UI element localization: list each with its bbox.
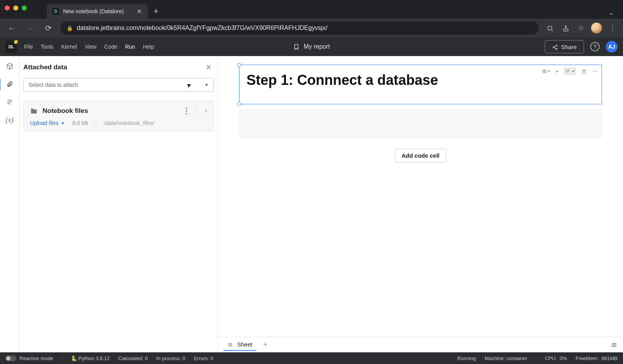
menu-help[interactable]: Help <box>143 44 154 50</box>
mouse-cursor-icon: ➤ <box>185 81 193 89</box>
url-input[interactable]: 🔒 datalore.jetbrains.com/notebook/0k5R4A… <box>60 21 539 35</box>
forward-button[interactable]: → <box>24 23 37 33</box>
maximize-window-dot[interactable] <box>22 5 27 11</box>
add-sheet-button[interactable]: + <box>263 341 268 349</box>
attached-data-panel: Attached data ✕ Select data to attach ➤ … <box>19 56 218 352</box>
svg-line-6 <box>554 46 556 47</box>
menu-tools[interactable]: Tools <box>41 44 54 50</box>
cell-type-icon[interactable]: M↓▾ <box>564 68 576 74</box>
divider <box>196 107 196 114</box>
toggle-icon <box>5 355 16 361</box>
cell-more-icon[interactable]: ⋯ <box>592 68 598 74</box>
help-button[interactable]: ? <box>590 42 600 51</box>
notebook-editor: ▾ + M↓▾ ⋯ Step 1: Connnect a database Ad… <box>218 56 623 352</box>
errors-status: Errors: 0 <box>194 355 213 361</box>
python-version[interactable]: 🐍 Python 3.8.12 <box>71 355 110 361</box>
sheet-menu-icon[interactable] <box>611 341 618 349</box>
machine-status: Machine: container <box>484 355 527 361</box>
sheet-bar: Sheet + <box>218 337 623 352</box>
url-text: datalore.jetbrains.com/notebook/0k5R4AZg… <box>77 25 327 32</box>
cell-add-icon[interactable]: + <box>556 68 559 74</box>
attach-data-dropdown[interactable]: Select data to attach ➤ ▼ <box>23 78 214 92</box>
browser-menu-icon[interactable]: ⋮ <box>607 23 618 33</box>
svg-point-5 <box>556 48 557 49</box>
sheet-tab[interactable]: Sheet <box>224 339 256 351</box>
chevron-down-icon: ▼ <box>61 121 65 125</box>
panel-title: Attached data <box>23 63 67 71</box>
divider <box>96 120 96 126</box>
tabs-dropdown-icon[interactable]: ⌄ <box>603 7 619 19</box>
reload-button[interactable]: ⟳ <box>43 23 54 33</box>
rail-attach-icon[interactable] <box>4 79 16 89</box>
browser-address-bar: ← → ⟳ 🔒 datalore.jetbrains.com/notebook/… <box>0 19 623 37</box>
left-rail: (x) <box>0 56 19 352</box>
kernel-running-status: Running <box>457 355 476 361</box>
markdown-cell[interactable]: ▾ + M↓▾ ⋯ Step 1: Connnect a database <box>239 65 602 104</box>
search-icon[interactable] <box>545 23 555 33</box>
inprocess-status: In process: 0 <box>156 355 185 361</box>
close-tab-icon[interactable]: ✕ <box>136 8 143 15</box>
upload-files-link[interactable]: Upload files ▼ <box>30 120 65 126</box>
browser-tab-strip: D New notebook (Datalore) ✕ + ⌄ <box>0 0 623 19</box>
divider <box>536 355 536 361</box>
cell-output-placeholder <box>239 109 602 138</box>
share-page-icon[interactable] <box>561 23 571 33</box>
new-tab-button[interactable]: + <box>148 4 164 19</box>
cell-handle-bottom[interactable] <box>237 102 241 106</box>
folder-icon <box>30 106 38 115</box>
menu-run[interactable]: Run <box>125 44 135 50</box>
python-icon: 🐍 <box>71 355 77 361</box>
svg-rect-2 <box>563 29 568 31</box>
svg-point-3 <box>556 45 557 46</box>
notebook-files-card: Notebook files › Upload files ▼ 8.0 kB /… <box>23 100 214 131</box>
divider <box>62 355 62 361</box>
share-icon <box>552 43 558 50</box>
svg-point-11 <box>544 70 545 72</box>
chevron-right-icon[interactable]: › <box>205 107 207 115</box>
menu-file[interactable]: File <box>24 44 33 50</box>
back-button[interactable]: ← <box>5 23 18 33</box>
menu-code[interactable]: Code <box>104 44 117 50</box>
panel-close-icon[interactable]: ✕ <box>206 63 211 72</box>
files-path: /data/notebook_files/ <box>104 120 154 126</box>
sheet-outline-icon <box>227 341 233 348</box>
user-avatar-badge[interactable]: AJ <box>606 41 618 53</box>
card-more-icon[interactable] <box>186 107 187 114</box>
cell-visibility-icon[interactable]: ▾ <box>542 69 550 74</box>
tab-favicon: D <box>52 8 59 15</box>
rail-package-icon[interactable] <box>4 62 16 71</box>
status-bar: Reactive mode 🐍 Python 3.8.12 Calculated… <box>0 352 623 364</box>
lock-icon: 🔒 <box>67 25 73 31</box>
add-code-cell-button[interactable]: Add code cell <box>395 149 446 162</box>
reactive-mode-toggle[interactable]: Reactive mode <box>5 355 53 361</box>
svg-point-4 <box>553 47 554 48</box>
main-menu: File Tools Kernel View Code Run Help <box>24 44 154 50</box>
svg-line-1 <box>551 30 553 31</box>
calculated-status: Calculated: 0 <box>118 355 148 361</box>
tab-title: New notebook (Datalore) <box>63 8 124 14</box>
profile-avatar[interactable] <box>591 23 602 33</box>
cell-delete-icon[interactable] <box>581 68 587 74</box>
bookmark-icon[interactable] <box>293 43 300 51</box>
cpu-status: CPU: 0% <box>545 355 567 361</box>
menu-kernel[interactable]: Kernel <box>61 44 77 50</box>
bookmark-star-icon[interactable]: ☆ <box>576 23 586 33</box>
cell-handle-top[interactable] <box>237 63 241 67</box>
minimize-window-dot[interactable] <box>13 5 18 11</box>
browser-tab[interactable]: D New notebook (Datalore) ✕ <box>47 4 148 19</box>
app-logo[interactable]: DL <box>5 41 17 53</box>
sheet-label: Sheet <box>237 341 252 348</box>
app-header: DL File Tools Kernel View Code Run Help … <box>0 37 623 56</box>
chevron-down-icon: ▼ <box>204 83 209 87</box>
close-window-dot[interactable] <box>5 5 10 11</box>
files-size: 8.0 kB <box>72 120 88 126</box>
menu-view[interactable]: View <box>85 44 97 50</box>
cell-heading-text[interactable]: Step 1: Connnect a database <box>246 72 595 88</box>
share-button[interactable]: Share <box>545 40 584 53</box>
dropdown-placeholder: Select data to attach <box>28 82 78 88</box>
doc-title-area[interactable]: My report <box>293 43 330 51</box>
svg-line-7 <box>554 47 556 49</box>
rail-outline-icon[interactable] <box>4 97 16 107</box>
window-traffic-lights <box>5 5 27 11</box>
rail-variables-icon[interactable]: (x) <box>4 115 16 125</box>
